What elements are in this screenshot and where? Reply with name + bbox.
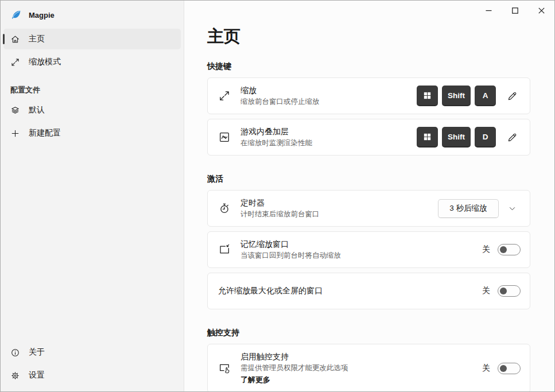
setting-title: 允许缩放最大化或全屏的窗口: [218, 286, 323, 296]
sidebar-item-home[interactable]: 主页: [3, 29, 181, 49]
pencil-icon: [507, 132, 518, 143]
sidebar-item-label: 关于: [29, 347, 45, 358]
home-icon: [10, 34, 20, 44]
toggle-knob: [500, 288, 507, 294]
timer-card: 定时器 计时结束后缩放前台窗口 3 秒后缩放: [207, 190, 530, 227]
window-controls: [475, 1, 554, 20]
toggle-knob: [500, 365, 507, 372]
resize-diagonal-icon: [10, 57, 20, 67]
window-cursor-icon: [218, 243, 231, 256]
touch-section-header: 触控支持: [207, 328, 530, 338]
app-logo-row: Magpie: [1, 1, 184, 28]
sidebar-item-label: 缩放模式: [29, 57, 61, 67]
touch-window-icon: [218, 362, 231, 375]
plus-icon: [10, 129, 20, 138]
shortcut-card-overlay: 游戏内叠加层 在缩放时监测渲染性能 Shift D: [207, 119, 530, 156]
letter-key: A: [475, 86, 496, 106]
remember-window-card: 记忆缩放窗口 当该窗口回到前台时将自动缩放 关: [207, 231, 530, 268]
learn-more-link[interactable]: 了解更多: [240, 375, 348, 385]
toggle-state-label: 关: [482, 244, 490, 255]
timer-icon: [218, 202, 231, 215]
setting-title: 缩放: [240, 86, 320, 96]
toggle-knob: [500, 246, 507, 253]
app-title: Magpie: [29, 11, 55, 20]
setting-subtitle: 计时结束后缩放前台窗口: [240, 209, 320, 219]
page-content: 主页 快捷键 缩放 缩放前台窗口或停止缩放 Shift A: [184, 26, 554, 392]
close-button[interactable]: [528, 1, 554, 20]
setting-title: 定时器: [240, 198, 320, 208]
setting-title: 启用触控支持: [240, 352, 348, 362]
sidebar-item-label: 主页: [29, 34, 45, 44]
win-key: [417, 86, 438, 106]
sidebar: Magpie 主页 缩放模式 配置文件 默认 新建配置: [1, 1, 184, 391]
sidebar-item-label: 新建配置: [29, 128, 61, 138]
edit-shortcut-button[interactable]: [503, 87, 521, 104]
minimize-icon: [485, 7, 492, 14]
sidebar-spacer: [1, 145, 184, 341]
info-icon: [10, 348, 20, 358]
chevron-down-icon: [508, 204, 517, 213]
profiles-section-header: 配置文件: [10, 85, 184, 95]
setting-subtitle: 在缩放时监测渲染性能: [240, 138, 312, 148]
touch-support-toggle[interactable]: [498, 363, 521, 374]
letter-key: D: [475, 127, 496, 148]
minimize-button[interactable]: [475, 1, 502, 20]
sidebar-item-default-profile[interactable]: 默认: [3, 100, 181, 121]
touch-support-card: 启用触控支持 需提供管理员权限才能更改此选项 了解更多 关: [207, 344, 530, 392]
page-title: 主页: [207, 26, 530, 46]
main-panel: 主页 快捷键 缩放 缩放前台窗口或停止缩放 Shift A: [184, 1, 554, 391]
maximize-button[interactable]: [502, 1, 528, 20]
close-icon: [538, 7, 545, 14]
performance-overlay-icon: [218, 131, 231, 143]
setting-title: 记忆缩放窗口: [240, 239, 341, 250]
expander-button[interactable]: [503, 200, 521, 217]
shortcuts-section-header: 快捷键: [207, 61, 530, 72]
pencil-icon: [507, 91, 518, 102]
shift-key: Shift: [442, 86, 471, 106]
setting-subtitle: 需提供管理员权限才能更改此选项: [240, 363, 348, 373]
sidebar-item-label: 设置: [29, 370, 45, 381]
sidebar-item-new-profile[interactable]: 新建配置: [3, 123, 181, 143]
setting-subtitle: 缩放前台窗口或停止缩放: [240, 97, 320, 107]
windows-logo-icon: [422, 132, 432, 142]
setting-subtitle: 当该窗口回到前台时将自动缩放: [240, 251, 341, 261]
toggle-state-label: 关: [482, 363, 490, 374]
sidebar-item-about[interactable]: 关于: [3, 342, 181, 363]
allow-fullscreen-toggle[interactable]: [498, 285, 521, 297]
shift-key: Shift: [442, 127, 471, 148]
sidebar-item-settings[interactable]: 设置: [3, 365, 181, 386]
win-key: [417, 127, 438, 148]
layers-icon: [10, 106, 20, 115]
shortcut-card-scale: 缩放 缩放前台窗口或停止缩放 Shift A: [207, 77, 530, 114]
remember-window-toggle[interactable]: [498, 244, 521, 255]
magpie-feather-icon: [10, 9, 22, 21]
windows-logo-icon: [422, 91, 432, 100]
edit-shortcut-button[interactable]: [503, 129, 521, 146]
setting-title: 游戏内叠加层: [240, 127, 312, 137]
gear-icon: [10, 371, 20, 381]
activation-section-header: 激活: [207, 174, 530, 184]
sidebar-item-scaling-modes[interactable]: 缩放模式: [3, 52, 181, 72]
maximize-icon: [511, 7, 519, 14]
toggle-state-label: 关: [482, 286, 490, 296]
magpie-window: Magpie 主页 缩放模式 配置文件 默认 新建配置: [0, 0, 555, 392]
allow-fullscreen-card: 允许缩放最大化或全屏的窗口 关: [207, 273, 530, 309]
sidebar-item-label: 默认: [29, 105, 45, 115]
timer-delay-dropdown[interactable]: 3 秒后缩放: [438, 199, 499, 218]
resize-diagonal-icon: [218, 90, 231, 102]
